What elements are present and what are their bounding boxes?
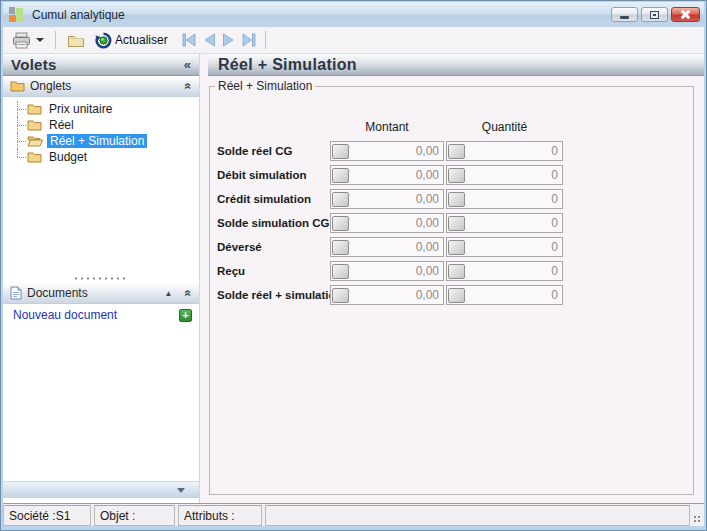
quantite-field[interactable]: 0 — [446, 213, 563, 233]
montant-field[interactable]: 0,00 — [330, 213, 444, 233]
refresh-icon — [95, 32, 112, 49]
maximize-button[interactable] — [641, 7, 668, 22]
status-societe: Société :S1 — [3, 505, 91, 526]
status-objet: Objet : — [94, 505, 175, 526]
main-header: Réel + Simulation — [208, 54, 704, 76]
row-label: Solde réel CG — [217, 145, 330, 157]
sidebar-header: Volets « — [3, 54, 199, 76]
collapse-section-icon[interactable]: « — [182, 290, 196, 297]
quantite-field[interactable]: 0 — [446, 285, 563, 305]
first-record-icon[interactable] — [181, 33, 197, 47]
montant-field[interactable]: 0,00 — [330, 189, 444, 209]
quantite-field[interactable]: 0 — [446, 141, 563, 161]
field-lookup-button[interactable] — [448, 288, 465, 303]
column-header-quantite: Quantité — [446, 120, 563, 134]
status-bar: Société :S1 Objet : Attributs : — [3, 503, 704, 526]
sidebar-title: Volets — [11, 56, 184, 73]
field-lookup-button[interactable] — [448, 240, 465, 255]
montant-value: 0,00 — [349, 216, 441, 230]
montant-field[interactable]: 0,00 — [330, 237, 444, 257]
tree-item-label[interactable]: Prix unitaire — [46, 102, 115, 116]
tree-item-label[interactable]: Réel + Simulation — [47, 134, 147, 148]
column-header-montant: Montant — [330, 120, 444, 134]
close-button[interactable] — [671, 7, 700, 22]
field-lookup-button[interactable] — [332, 144, 349, 159]
field-lookup-button[interactable] — [448, 168, 465, 183]
field-lookup-button[interactable] — [332, 264, 349, 279]
printer-icon — [12, 32, 31, 49]
scroll-up-icon[interactable]: ▲ — [164, 289, 172, 298]
collapse-section-icon[interactable]: « — [182, 83, 196, 90]
tree-item[interactable]: Réel — [13, 117, 199, 133]
montant-value: 0,00 — [349, 144, 441, 158]
tree-item[interactable]: Budget — [13, 149, 199, 165]
montant-field[interactable]: 0,00 — [330, 285, 444, 305]
window-body: Volets « Onglets « Prix unitaireRéelRéel… — [3, 54, 704, 503]
form-row: Solde réel + simulation0,000 — [217, 283, 685, 307]
refresh-button[interactable]: Actualiser — [92, 30, 171, 51]
open-folder-button[interactable] — [64, 31, 88, 50]
quantite-field[interactable]: 0 — [446, 165, 563, 185]
open-folder-icon — [27, 135, 43, 147]
new-document-row: Nouveau document + — [3, 304, 199, 324]
quantite-field[interactable]: 0 — [446, 261, 563, 281]
tree-item[interactable]: Prix unitaire — [13, 101, 199, 117]
status-attributs: Attributs : — [178, 505, 262, 526]
field-lookup-button[interactable] — [448, 144, 465, 159]
onglets-tree: Prix unitaireRéelRéel + SimulationBudget — [3, 97, 199, 165]
closed-folder-icon — [27, 151, 42, 163]
app-window: Cumul analytique — [0, 0, 707, 531]
print-dropdown-icon[interactable] — [36, 38, 44, 42]
montant-value: 0,00 — [349, 192, 441, 206]
field-lookup-button[interactable] — [448, 192, 465, 207]
onglets-section-title: Onglets — [30, 79, 180, 93]
documents-section-header[interactable]: Documents ▲ « — [3, 283, 199, 304]
field-lookup-button[interactable] — [448, 216, 465, 231]
quantite-value: 0 — [465, 264, 560, 278]
sidebar-splitter-handle[interactable] — [3, 274, 199, 283]
form-rows: Solde réel CG0,000Débit simulation0,000C… — [217, 139, 685, 307]
quantite-value: 0 — [465, 240, 560, 254]
add-document-button[interactable]: + — [179, 309, 192, 322]
collapse-panel-icon[interactable]: « — [184, 57, 191, 72]
field-lookup-button[interactable] — [332, 240, 349, 255]
montant-value: 0,00 — [349, 264, 441, 278]
form-row: Débit simulation0,000 — [217, 163, 685, 187]
resize-grip[interactable] — [690, 505, 704, 526]
reel-simulation-groupbox: Réel + Simulation Montant Quantité Solde… — [209, 79, 694, 495]
form-row: Solde simulation CG0,000 — [217, 211, 685, 235]
tree-item-label[interactable]: Budget — [46, 150, 90, 164]
row-label: Reçu — [217, 265, 330, 277]
tree-item-label[interactable]: Réel — [46, 118, 77, 132]
form-row: Reçu0,000 — [217, 259, 685, 283]
field-lookup-button[interactable] — [332, 168, 349, 183]
row-label: Crédit simulation — [217, 193, 330, 205]
form-row: Solde réel CG0,000 — [217, 139, 685, 163]
chevron-down-icon[interactable] — [177, 488, 185, 493]
montant-field[interactable]: 0,00 — [330, 261, 444, 281]
montant-field[interactable]: 0,00 — [330, 141, 444, 161]
quantite-value: 0 — [465, 288, 560, 302]
next-record-icon[interactable] — [222, 33, 235, 47]
documents-section-title: Documents — [27, 286, 159, 300]
new-document-link[interactable]: Nouveau document — [13, 308, 179, 322]
row-label: Solde simulation CG — [217, 217, 330, 229]
print-button[interactable] — [9, 30, 47, 51]
quantite-field[interactable]: 0 — [446, 189, 563, 209]
montant-field[interactable]: 0,00 — [330, 165, 444, 185]
toolbar-separator — [265, 31, 266, 49]
quantite-value: 0 — [465, 168, 560, 182]
folder-icon — [10, 80, 25, 92]
minimize-button[interactable] — [611, 7, 638, 22]
field-lookup-button[interactable] — [332, 288, 349, 303]
field-lookup-button[interactable] — [332, 192, 349, 207]
minimize-icon — [620, 16, 629, 19]
field-lookup-button[interactable] — [448, 264, 465, 279]
field-lookup-button[interactable] — [332, 216, 349, 231]
sidebar-bottom-bar — [3, 481, 199, 498]
tree-item[interactable]: Réel + Simulation — [13, 133, 199, 149]
quantite-field[interactable]: 0 — [446, 237, 563, 257]
onglets-section-header[interactable]: Onglets « — [3, 76, 199, 97]
last-record-icon[interactable] — [241, 33, 257, 47]
previous-record-icon[interactable] — [203, 33, 216, 47]
